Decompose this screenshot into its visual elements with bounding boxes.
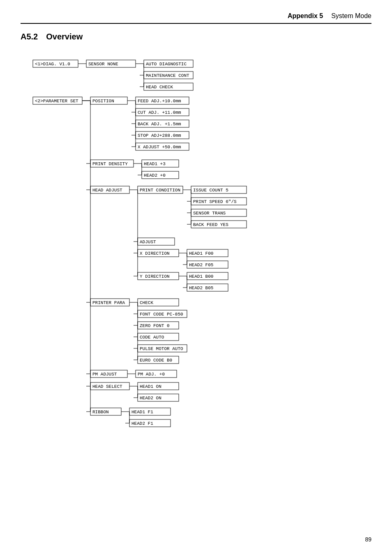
head2-density-label: HEAD2 +0	[144, 173, 166, 178]
x-direction-label: X DIRECTION	[140, 251, 170, 256]
back-feed-label: BACK FEED YES	[193, 222, 228, 227]
position-label: POSITION	[92, 99, 114, 104]
sensor-none-label: SENSOR NONE	[88, 62, 118, 67]
issue-count-label: ISSUE COUNT 5	[193, 188, 228, 193]
head2-on-label: HEAD2 ON	[140, 396, 161, 401]
page-number: 89	[365, 536, 371, 543]
section-label: Overview	[46, 32, 83, 41]
euro-code-label: EURO CODE B0	[140, 358, 172, 363]
font-code-label: FONT CODE PC-850	[140, 312, 183, 317]
back-adj-label: BACK ADJ. +1.5mm	[138, 122, 181, 127]
head1-f00-label: HEAD1 F00	[189, 251, 213, 256]
printer-para-label: PRINTER PARA	[92, 300, 125, 305]
head-select-label: HEAD SELECT	[92, 384, 122, 389]
appendix-label: Appendix 5	[288, 12, 323, 20]
ribbon-label: RIBBON	[92, 410, 109, 415]
head2-b05-label: HEAD2 B05	[189, 286, 213, 290]
cut-adj-label: CUT ADJ. +11.0mm	[138, 110, 181, 115]
print-condition-label: PRINT CONDITION	[140, 188, 180, 193]
diag-v1-label: <1>DIAG. V1.0	[35, 62, 70, 67]
head2-f1-label: HEAD2 F1	[131, 421, 153, 426]
x-adjust-label: X ADJUST +50.0mm	[138, 145, 181, 150]
section-title: A5.2 Overview	[21, 32, 371, 41]
diagram: <1>DIAG. V1.0 SENSOR NONE AUTO DIAGNOSTI…	[21, 54, 371, 486]
stop-adj-label: STOP ADJ+288.0mm	[138, 133, 181, 138]
head1-b00-label: HEAD1 B00	[189, 274, 213, 279]
print-density-label: PRINT DENSITY	[92, 161, 128, 166]
pm-adjust-label: PM ADJUST	[92, 372, 117, 377]
adjust-label: ADJUST	[140, 240, 156, 244]
section-number: A5.2	[21, 32, 38, 41]
zero-font-label: ZERO FONT 0	[140, 323, 170, 328]
maintenance-cont-label: MAINTENANCE CONT	[146, 73, 189, 78]
diagram-svg: <1>DIAG. V1.0 SENSOR NONE AUTO DIAGNOSTI…	[21, 54, 378, 485]
head2-f05-label: HEAD2 F05	[189, 263, 213, 267]
y-direction-label: Y DIRECTION	[140, 274, 170, 279]
code-auto-label: CODE AUTO	[140, 335, 164, 340]
check-label: CHECK	[140, 300, 153, 305]
head1-density-label: HEAD1 +3	[144, 161, 166, 166]
system-mode-label: System Mode	[331, 12, 371, 20]
auto-diagnostic-label: AUTO DIAGNOSTIC	[146, 62, 187, 67]
sensor-trans-label: SENSOR TRANS	[193, 211, 226, 216]
print-speed-label: PRINT SPEED 6"/S	[193, 199, 237, 204]
page-header: Appendix 5 System Mode	[21, 12, 371, 24]
head1-f1-label: HEAD1 F1	[131, 410, 153, 415]
pulse-motor-label: PULSE MOTOR AUTO	[140, 346, 183, 351]
feed-adj-label: FEED ADJ.+10.0mm	[138, 99, 181, 104]
head1-on-label: HEAD1 ON	[140, 384, 161, 389]
pm-adj-label: PM ADJ. +0	[138, 372, 165, 377]
head-check-label: HEAD CHECK	[146, 85, 173, 90]
head-adjust-label: HEAD ADJUST	[92, 188, 122, 193]
param-set-label: <2>PARAMETER SET	[35, 99, 78, 104]
